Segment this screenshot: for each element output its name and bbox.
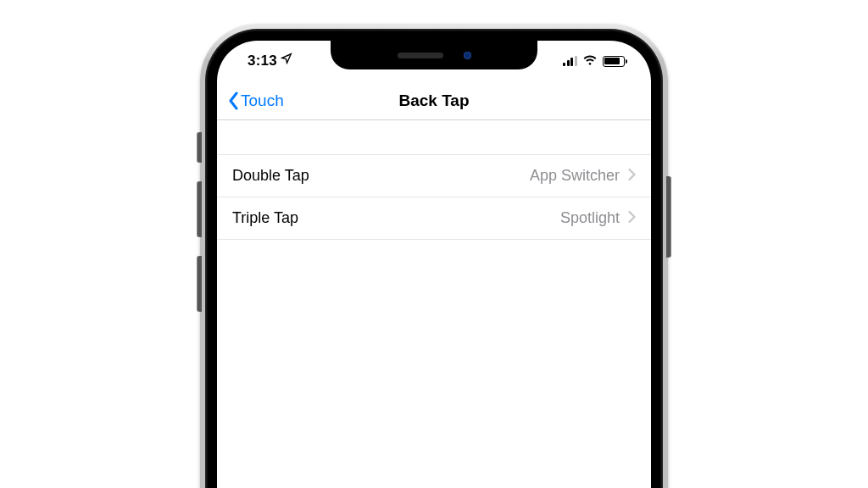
chevron-right-icon bbox=[628, 167, 636, 185]
battery-icon bbox=[603, 56, 628, 67]
settings-list: Double Tap App Switcher Triple Tap Spotl… bbox=[217, 154, 651, 240]
row-label: Double Tap bbox=[232, 167, 309, 185]
row-value: App Switcher bbox=[530, 167, 620, 185]
page-title: Back Tap bbox=[398, 92, 469, 110]
row-value-wrap: Spotlight bbox=[560, 209, 636, 227]
back-button[interactable]: Touch bbox=[227, 92, 284, 110]
screen: 3:13 bbox=[217, 41, 651, 488]
chevron-left-icon bbox=[227, 92, 239, 110]
row-label: Triple Tap bbox=[232, 209, 298, 227]
wifi-icon bbox=[582, 53, 598, 69]
row-triple-tap[interactable]: Triple Tap Spotlight bbox=[217, 197, 651, 240]
notch bbox=[331, 41, 537, 69]
volume-up-button bbox=[197, 181, 202, 237]
status-right bbox=[563, 53, 627, 69]
speaker bbox=[398, 53, 443, 58]
device-left-buttons bbox=[197, 132, 202, 312]
row-double-tap[interactable]: Double Tap App Switcher bbox=[217, 155, 651, 197]
mute-switch bbox=[197, 132, 202, 163]
status-left: 3:13 bbox=[248, 53, 292, 69]
section-gap bbox=[217, 120, 651, 154]
row-value-wrap: App Switcher bbox=[530, 167, 636, 185]
front-camera bbox=[464, 52, 471, 59]
back-label: Touch bbox=[241, 92, 284, 110]
row-value: Spotlight bbox=[560, 209, 620, 227]
device-bezel: 3:13 bbox=[205, 29, 663, 488]
status-time: 3:13 bbox=[248, 53, 277, 69]
phone-device-frame: 3:13 bbox=[200, 24, 668, 488]
side-power-button bbox=[666, 176, 671, 258]
nav-bar: Touch Back Tap bbox=[217, 81, 651, 120]
device-right-buttons bbox=[666, 176, 671, 258]
cellular-signal-icon bbox=[563, 56, 577, 66]
chevron-right-icon bbox=[628, 209, 636, 227]
volume-down-button bbox=[197, 256, 202, 312]
location-arrow-icon bbox=[281, 52, 292, 69]
